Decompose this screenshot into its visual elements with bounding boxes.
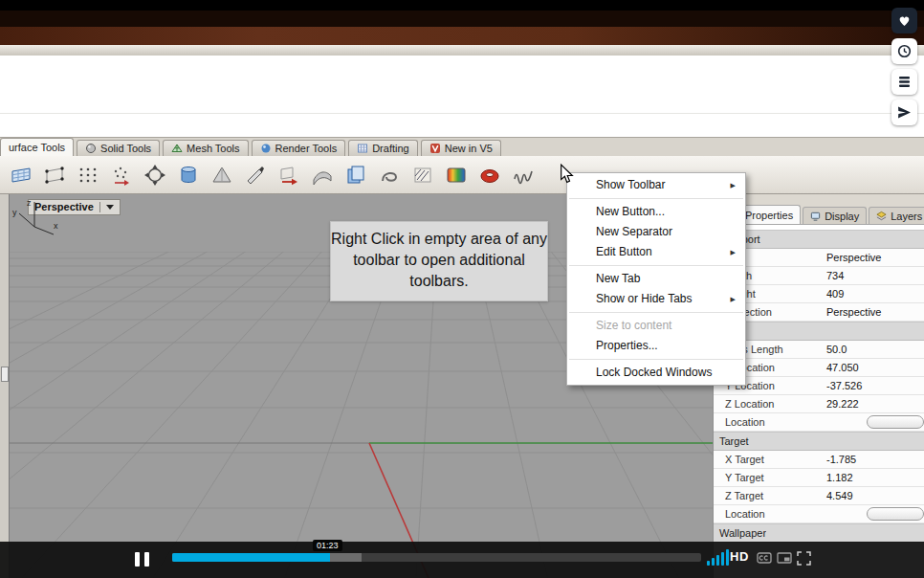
tab-label: Solid Tools: [100, 143, 151, 154]
video-player: urface Tools Solid Tools Mesh Tools Rend…: [0, 0, 924, 578]
pyramid-icon[interactable]: [207, 160, 236, 189]
panel-row[interactable]: Y Target1.182: [714, 469, 924, 487]
tab-mesh-tools[interactable]: Mesh Tools: [163, 140, 248, 156]
tab-new-in-v5[interactable]: New in V5: [421, 140, 501, 156]
layers-stack-icon: [876, 211, 887, 222]
panel-section[interactable]: Wallpaper: [714, 523, 924, 543]
tab-label: New in V5: [445, 143, 493, 154]
player-overlay-buttons: [891, 8, 917, 125]
hd-badge: HD: [730, 549, 749, 564]
collections-button[interactable]: [891, 69, 917, 95]
window-titlebar: [0, 27, 924, 45]
chevron-down-icon: [106, 205, 114, 210]
share-button[interactable]: [891, 100, 917, 125]
place-location-button[interactable]: [867, 507, 924, 521]
context-menu: Show Toolbar New Button... New Separator…: [566, 172, 746, 386]
orient-compass-icon[interactable]: [140, 160, 169, 189]
captions-icon[interactable]: [757, 551, 772, 565]
viewport-title-separator: [99, 202, 100, 212]
twist-icon[interactable]: [374, 160, 404, 189]
clock-icon: [897, 44, 912, 58]
menu-item-edit-button[interactable]: Edit Button: [567, 242, 745, 262]
watch-later-button[interactable]: [891, 38, 917, 64]
panel-tab-display[interactable]: Display: [803, 207, 867, 224]
menu-separator: [569, 359, 743, 360]
panel-row[interactable]: Z Location29.222: [714, 395, 924, 413]
panel-section[interactable]: Target: [714, 432, 924, 451]
mesh-triangle-icon: [171, 143, 183, 154]
tab-label: Render Tools: [275, 143, 338, 154]
fullscreen-icon[interactable]: [797, 551, 811, 566]
menu-item-lock-docked-windows[interactable]: Lock Docked Windows: [567, 363, 745, 383]
panel-tab-label: Properties: [745, 210, 793, 221]
menu-item-show-or-hide-tabs[interactable]: Show or Hide Tabs: [567, 289, 745, 309]
panel-tab-label: Layers: [891, 211, 922, 222]
menu-separator: [569, 198, 743, 199]
mouse-cursor: [560, 164, 574, 184]
pip-icon[interactable]: [777, 551, 792, 565]
z-axis-label: z: [27, 198, 32, 208]
tab-label: Drafting: [372, 143, 409, 154]
menu-item-new-button[interactable]: New Button...: [567, 202, 745, 222]
knife-icon[interactable]: [240, 160, 270, 189]
tab-render-tools[interactable]: Render Tools: [252, 140, 346, 156]
render-sphere-icon: [260, 143, 272, 154]
pages-icon[interactable]: [341, 160, 370, 189]
paper-plane-icon: [897, 105, 912, 120]
display-monitor-icon: [810, 211, 821, 222]
v5-badge-icon: [429, 143, 441, 154]
extend-surface-icon[interactable]: [274, 160, 303, 189]
menu-item-properties[interactable]: Properties...: [567, 336, 745, 356]
axis-gizmo: z y x: [10, 194, 61, 242]
torus-icon[interactable]: [474, 160, 504, 189]
panel-tab-layers[interactable]: Layers: [869, 207, 924, 224]
heart-icon: [897, 13, 912, 28]
tutorial-callout: Right Click in empty area of any toolbar…: [330, 221, 548, 301]
menu-item-size-to-content: Size to content: [567, 316, 745, 336]
menu-item-show-toolbar[interactable]: Show Toolbar: [567, 175, 745, 195]
drafting-grid-icon: [357, 143, 368, 154]
toolbar-tab-bar: urface Tools Solid Tools Mesh Tools Rend…: [0, 138, 924, 156]
surface-corner-points-icon[interactable]: [39, 160, 69, 189]
analysis-rainbow-icon[interactable]: [441, 160, 471, 189]
command-area: [0, 56, 924, 138]
y-axis-label: y: [12, 208, 17, 217]
menu-item-new-separator[interactable]: New Separator: [567, 222, 745, 242]
solid-sphere-icon: [85, 143, 97, 154]
menu-item-new-tab[interactable]: New Tab: [567, 269, 745, 289]
surface-grid-icon[interactable]: [6, 160, 35, 189]
menu-separator: [569, 312, 743, 313]
stack-icon: [897, 75, 912, 89]
point-cloud-icon[interactable]: [106, 160, 136, 189]
tab-solid-tools[interactable]: Solid Tools: [77, 140, 160, 156]
tab-drafting[interactable]: Drafting: [348, 140, 418, 156]
progress-bar[interactable]: [172, 553, 701, 562]
time-tooltip: 01:23: [313, 540, 342, 551]
command-area-divider: [0, 113, 924, 114]
player-controls: 01:23 HD: [0, 542, 924, 578]
panel-tab-label: Display: [825, 211, 859, 222]
left-dock-widget[interactable]: [1, 367, 9, 382]
x-axis-label: x: [54, 221, 58, 231]
hatch-icon[interactable]: [407, 160, 437, 189]
tab-label: Mesh Tools: [187, 143, 239, 154]
cylinder-icon[interactable]: [173, 160, 203, 189]
sweep-icon[interactable]: [307, 160, 337, 189]
curve-squiggle-icon[interactable]: [508, 160, 538, 189]
like-button[interactable]: [891, 8, 917, 33]
tutorial-callout-text: Right Click in empty area of any toolbar…: [331, 231, 547, 289]
volume-bars[interactable]: [707, 549, 729, 566]
player-top-bar: [0, 0, 924, 11]
point-grid-icon[interactable]: [73, 160, 102, 189]
left-dock-strip: [0, 194, 9, 578]
panel-row[interactable]: Z Target4.549: [714, 487, 924, 505]
place-location-button[interactable]: [867, 415, 924, 429]
tab-surface-tools[interactable]: urface Tools: [0, 138, 74, 156]
panel-row[interactable]: X Target-1.785: [714, 451, 924, 469]
pause-button[interactable]: [124, 546, 159, 571]
panel-row[interactable]: Location: [714, 505, 924, 523]
progress-played: [172, 553, 330, 562]
menu-separator: [569, 265, 743, 266]
tab-label: urface Tools: [9, 142, 65, 153]
panel-row[interactable]: Location: [714, 413, 924, 432]
